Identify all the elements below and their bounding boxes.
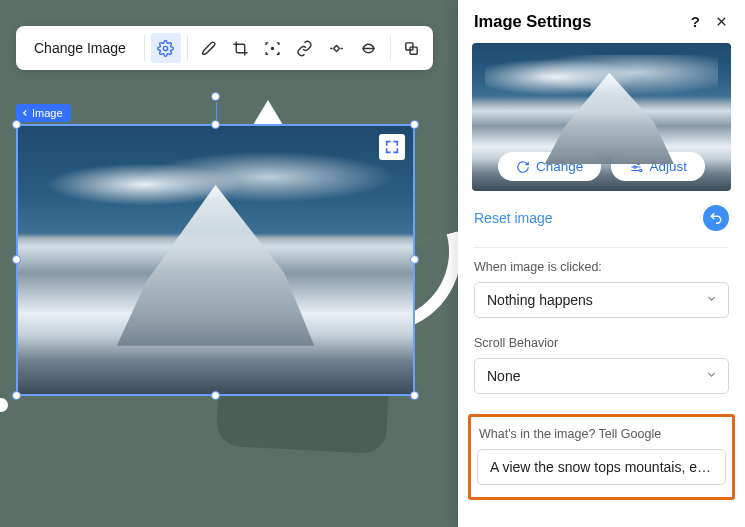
- alt-text-label: What's in the image? Tell Google: [477, 427, 726, 441]
- resize-handle[interactable]: [410, 391, 419, 400]
- click-behavior-value: Nothing happens: [487, 292, 593, 308]
- click-behavior-select[interactable]: Nothing happens: [474, 282, 729, 318]
- breadcrumb-label: Image: [32, 107, 63, 119]
- svg-rect-2: [334, 45, 340, 51]
- image-thumb[interactable]: [18, 126, 413, 394]
- svg-point-5: [638, 162, 640, 164]
- crop-icon[interactable]: [226, 33, 256, 63]
- animation-icon[interactable]: [322, 33, 352, 63]
- link-icon[interactable]: [290, 33, 320, 63]
- svg-point-1: [272, 47, 274, 49]
- resize-handle[interactable]: [211, 120, 220, 129]
- resize-handle[interactable]: [410, 120, 419, 129]
- resize-handle[interactable]: [12, 391, 21, 400]
- alt-text-section: What's in the image? Tell Google A view …: [468, 414, 735, 500]
- toolbar-separator: [187, 35, 188, 61]
- rotate-handle[interactable]: [211, 92, 220, 101]
- adjust-button[interactable]: Adjust: [611, 152, 705, 181]
- background-knob-decor: [0, 398, 8, 412]
- resize-handle[interactable]: [410, 255, 419, 264]
- chevron-left-icon: [20, 108, 30, 118]
- focal-point-icon[interactable]: [258, 33, 288, 63]
- refresh-icon: [516, 160, 530, 174]
- image-preview: Change Adjust: [472, 43, 731, 191]
- reset-image-link[interactable]: Reset image: [474, 210, 553, 226]
- close-icon[interactable]: [714, 14, 729, 29]
- alt-text-input[interactable]: A view the snow tops mountais, ever…: [477, 449, 726, 485]
- shape-mask-icon[interactable]: [354, 33, 384, 63]
- adjust-button-label: Adjust: [649, 159, 687, 174]
- change-image-button[interactable]: Change Image: [22, 33, 138, 63]
- panel-title: Image Settings: [474, 12, 591, 31]
- change-button-label: Change: [536, 159, 583, 174]
- image-toolbar: Change Image: [16, 26, 433, 70]
- scroll-behavior-value: None: [487, 368, 520, 384]
- scroll-behavior-label: Scroll Behavior: [474, 336, 729, 350]
- image-selection[interactable]: [16, 124, 415, 396]
- undo-button[interactable]: [703, 205, 729, 231]
- brush-icon[interactable]: [194, 33, 224, 63]
- copy-style-icon[interactable]: [397, 33, 427, 63]
- chevron-down-icon: [705, 292, 718, 308]
- svg-point-6: [634, 165, 636, 167]
- resize-handle[interactable]: [12, 120, 21, 129]
- toolbar-separator: [144, 35, 145, 61]
- help-icon[interactable]: ?: [691, 13, 700, 30]
- expand-icon[interactable]: [379, 134, 405, 160]
- image-settings-panel: Image Settings ? Change Adjust Reset ima…: [458, 0, 745, 527]
- scroll-behavior-select[interactable]: None: [474, 358, 729, 394]
- svg-point-7: [640, 169, 642, 171]
- resize-handle[interactable]: [12, 255, 21, 264]
- undo-icon: [709, 211, 723, 225]
- svg-point-0: [164, 46, 168, 50]
- resize-handle[interactable]: [211, 391, 220, 400]
- chevron-down-icon: [705, 368, 718, 384]
- click-behavior-label: When image is clicked:: [474, 260, 729, 274]
- sliders-icon: [629, 160, 643, 174]
- settings-gear-icon[interactable]: [151, 33, 181, 63]
- breadcrumb-image[interactable]: Image: [16, 104, 71, 122]
- change-button[interactable]: Change: [498, 152, 601, 181]
- toolbar-separator: [390, 35, 391, 61]
- rotate-line: [216, 102, 217, 120]
